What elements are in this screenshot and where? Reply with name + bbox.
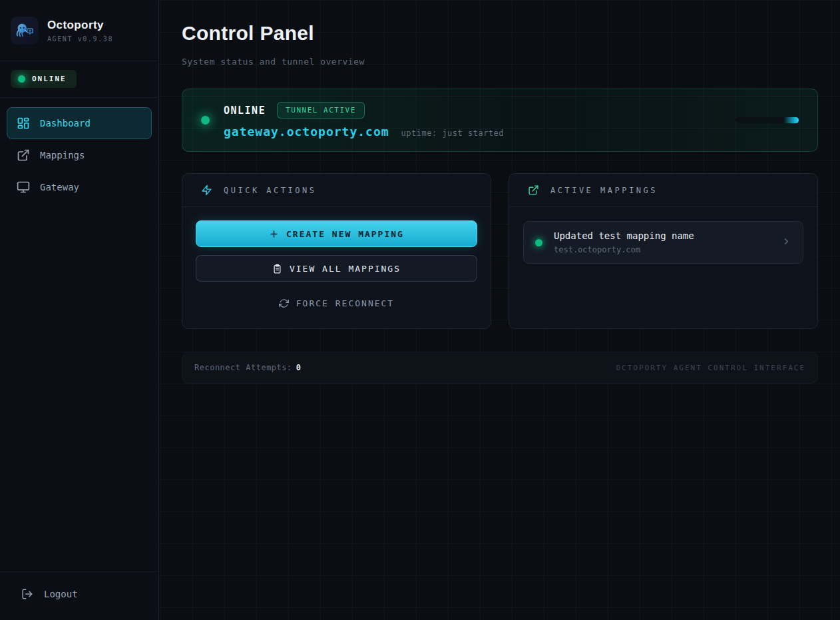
- force-reconnect-button[interactable]: FORCE RECONNECT: [196, 290, 477, 316]
- active-mappings-card: ACTIVE MAPPINGS Updated test mapping nam…: [509, 173, 818, 329]
- logout-button[interactable]: Logout: [11, 588, 148, 600]
- sidebar-item-label: Dashboard: [40, 118, 91, 129]
- mapping-list-item[interactable]: Updated test mapping name test.octoporty…: [523, 221, 803, 264]
- reconnect-attempts-count: 0: [296, 363, 302, 372]
- mapping-name: Updated test mapping name: [554, 230, 694, 241]
- sidebar-nav: Dashboard Mappings Gateway: [0, 98, 158, 212]
- octoporty-logo-icon: [11, 17, 39, 45]
- view-all-mappings-label: VIEW ALL MAPPINGS: [290, 264, 401, 274]
- online-dot-icon: [201, 116, 210, 125]
- agent-status-label: ONLINE: [32, 75, 67, 83]
- reconnect-attempts-label: Reconnect Attempts:: [194, 363, 292, 372]
- logout-icon: [21, 588, 33, 600]
- active-mappings-header: ACTIVE MAPPINGS: [509, 174, 817, 207]
- force-reconnect-label: FORCE RECONNECT: [296, 298, 394, 308]
- status-footer-bar: Reconnect Attempts:0 OCTOPORTY AGENT CON…: [182, 352, 818, 384]
- mapping-status-dot-icon: [535, 239, 542, 246]
- logout-label: Logout: [44, 589, 78, 599]
- uptime-text: uptime: just started: [401, 129, 505, 138]
- sidebar-footer: Logout: [0, 571, 158, 620]
- footer-branding: OCTOPORTY AGENT CONTROL INTERFACE: [616, 364, 805, 372]
- external-link-icon: [528, 184, 539, 196]
- sidebar-item-dashboard[interactable]: Dashboard: [7, 107, 152, 139]
- external-link-icon: [17, 149, 30, 162]
- sidebar-item-gateway[interactable]: Gateway: [7, 171, 152, 203]
- quick-actions-card: QUICK ACTIONS CREATE NEW MAPPING VIEW AL…: [182, 173, 491, 329]
- app-version: AGENT v0.9.38: [47, 35, 113, 43]
- view-all-mappings-button[interactable]: VIEW ALL MAPPINGS: [196, 255, 477, 282]
- tunnel-active-badge: TUNNEL ACTIVE: [277, 102, 365, 119]
- main-content: Control Panel System status and tunnel o…: [159, 0, 840, 620]
- sidebar-item-label: Mappings: [40, 150, 85, 160]
- page-subtitle: System status and tunnel overview: [182, 57, 818, 67]
- quick-actions-header: QUICK ACTIONS: [182, 174, 491, 207]
- connection-state: ONLINE: [224, 105, 266, 117]
- agent-status-section: ONLINE: [0, 61, 158, 98]
- app-title: Octoporty: [47, 19, 113, 32]
- create-mapping-label: CREATE NEW MAPPING: [286, 229, 404, 239]
- monitor-icon: [17, 180, 30, 194]
- plus-icon: [269, 229, 279, 239]
- zap-icon: [201, 184, 212, 196]
- sidebar-item-label: Gateway: [40, 182, 79, 192]
- agent-status-badge: ONLINE: [11, 70, 77, 88]
- reconnect-attempts: Reconnect Attempts:0: [194, 363, 302, 372]
- sidebar-item-mappings[interactable]: Mappings: [7, 139, 152, 171]
- tunnel-status-card: ONLINE TUNNEL ACTIVE gateway.octoporty.c…: [182, 89, 818, 152]
- active-mappings-title: ACTIVE MAPPINGS: [550, 186, 658, 195]
- refresh-icon: [279, 298, 289, 308]
- gateway-domain: gateway.octoporty.com: [224, 125, 389, 139]
- sidebar: Octoporty AGENT v0.9.38 ONLINE Dashboard…: [0, 0, 159, 620]
- brand: Octoporty AGENT v0.9.38: [0, 0, 158, 61]
- create-mapping-button[interactable]: CREATE NEW MAPPING: [196, 220, 477, 247]
- page-title: Control Panel: [182, 22, 818, 45]
- connection-pulse-bar: [735, 117, 799, 123]
- dashboard-icon: [17, 117, 30, 130]
- quick-actions-title: QUICK ACTIONS: [224, 186, 316, 195]
- chevron-right-icon: [781, 236, 791, 249]
- clipboard-icon: [272, 264, 282, 274]
- mapping-domain: test.octoporty.com: [554, 245, 694, 254]
- status-dot-icon: [18, 75, 25, 83]
